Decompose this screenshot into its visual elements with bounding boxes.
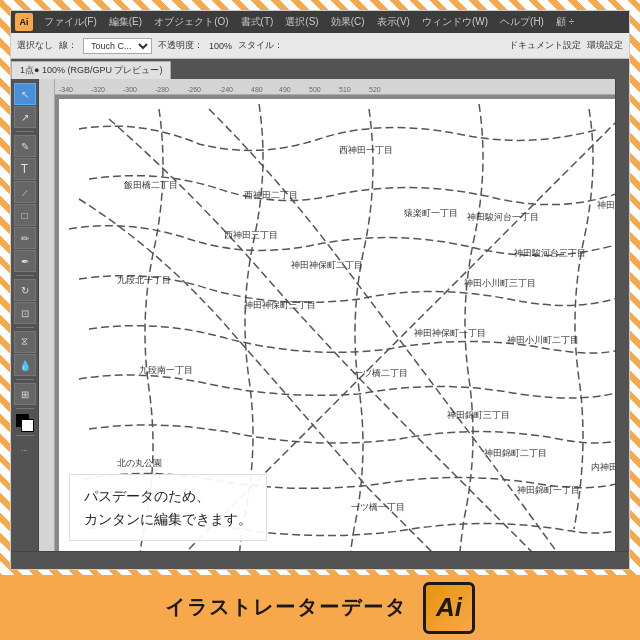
map-label-kandanishikicho1: 神田錦町一丁目 — [517, 484, 580, 497]
map-label-kandasurugadai3: 神田駿河台三丁目 — [514, 247, 586, 260]
bottom-banner: イラストレーターデータ Ai — [0, 575, 640, 640]
color-swatch[interactable] — [16, 414, 34, 432]
page-background: Ai ファイル(F) 編集(E) オブジェクト(O) 書式(T) 選択(S) 効… — [0, 0, 640, 640]
document-tab[interactable]: 1点● 100% (RGB/GPU プレビュー) — [11, 61, 171, 79]
ai-logo-large: Ai — [423, 582, 475, 634]
touch-dropdown[interactable]: Touch C... — [83, 38, 152, 54]
background-color[interactable] — [21, 419, 34, 432]
banner-title: イラストレーターデータ — [165, 594, 407, 621]
overlay-line1: パスデータのため、 — [84, 485, 252, 507]
style-label: スタイル： — [238, 39, 283, 52]
menu-select[interactable]: 選択(S) — [280, 15, 323, 29]
ruler-vertical — [39, 79, 55, 551]
line-tool[interactable]: ⟋ — [14, 181, 36, 203]
menu-window[interactable]: ウィンドウ(W) — [417, 15, 493, 29]
left-toolbar: ↖ ↗ ✎ T ⟋ □ ✏ ✒ ↻ ⊡ ⧖ 💧 ⊞ — [11, 79, 39, 551]
map-label-kudankita1: 九段北一丁目 — [117, 274, 171, 287]
rotate-tool[interactable]: ↻ — [14, 279, 36, 301]
tool-separator-3 — [16, 327, 34, 328]
menu-file[interactable]: ファイル(F) — [39, 15, 102, 29]
pen-tool[interactable]: ✎ — [14, 135, 36, 157]
map-label-kandaogawamachi2: 神田小川町二丁目 — [507, 334, 579, 347]
ai-application: Ai ファイル(F) 編集(E) オブジェクト(O) 書式(T) 選択(S) 効… — [11, 11, 629, 569]
map-label-kudanminami1: 九段南一丁目 — [139, 364, 193, 377]
control-bar: 選択なし 線： Touch C... 不透明度： 100% スタイル： ドキュメ… — [11, 33, 629, 59]
map-label-kandajimbocho1: 神田神保町一丁目 — [414, 327, 486, 340]
stroke-label: 線： — [59, 39, 77, 52]
tool-separator-6 — [16, 435, 34, 436]
tab-bar: 1点● 100% (RGB/GPU プレビュー) — [11, 59, 629, 79]
tool-separator-4 — [16, 379, 34, 380]
pencil-tool[interactable]: ✒ — [14, 250, 36, 272]
map-label-nishikanda2: 西神田二丁目 — [244, 189, 298, 202]
map-label-kandajimbocho3: 神田神保町三丁目 — [244, 299, 316, 312]
menu-extra[interactable]: 顧 ÷ — [551, 15, 579, 29]
map-label-iidabashi2: 飯田橋二丁目 — [124, 179, 178, 192]
artboard: .map-path { fill: none; stroke: #555; st… — [59, 99, 615, 551]
map-label-sarugakucho1: 猿楽町一丁目 — [404, 207, 458, 220]
canvas-area[interactable]: -340 -320 -300 -280 -260 -240 480 490 50… — [39, 79, 615, 551]
artboard-tool[interactable]: ⊞ — [14, 383, 36, 405]
map-label-kandasurugadai1: 神田駿河台一丁目 — [467, 211, 539, 224]
blend-tool[interactable]: ⧖ — [14, 331, 36, 353]
opacity-value: 100% — [209, 41, 232, 51]
doc-settings-button[interactable]: ドキュメント設定 — [509, 39, 581, 52]
menu-bar: Ai ファイル(F) 編集(E) オブジェクト(O) 書式(T) 選択(S) 効… — [11, 11, 629, 33]
tool-separator-1 — [16, 131, 34, 132]
map-label-kandaogawamachi3: 神田小川町三丁目 — [464, 277, 536, 290]
map-label-hitotsubashi2: 一ツ橋二丁目 — [354, 367, 408, 380]
menu-view[interactable]: 表示(V) — [372, 15, 415, 29]
scale-tool[interactable]: ⊡ — [14, 302, 36, 324]
map-label-nishikanda1: 西神田一丁目 — [339, 144, 393, 157]
selection-info: 選択なし — [17, 39, 53, 52]
opacity-label: 不透明度： — [158, 39, 203, 52]
brush-tool[interactable]: ✏ — [14, 227, 36, 249]
main-card: Ai ファイル(F) 編集(E) オブジェクト(O) 書式(T) 選択(S) 効… — [10, 10, 630, 570]
menu-format[interactable]: 書式(T) — [236, 15, 279, 29]
map-label-nishikanda3: 西神田三丁目 — [224, 229, 278, 242]
eyedropper-tool[interactable]: 💧 — [14, 354, 36, 376]
map-label-kandanishikicho3: 神田錦町三丁目 — [447, 409, 510, 422]
tool-separator-5 — [16, 408, 34, 409]
tool-separator-2 — [16, 275, 34, 276]
tab-label: 1点● 100% (RGB/GPU プレビュー) — [20, 64, 162, 77]
menu-help[interactable]: ヘルプ(H) — [495, 15, 549, 29]
status-bar — [11, 551, 629, 569]
env-settings-button[interactable]: 環境設定 — [587, 39, 623, 52]
type-tool[interactable]: T — [14, 158, 36, 180]
map-label-kandajimbocho2: 神田神保町二丁目 — [291, 259, 363, 272]
map-label-kanda: 神田 — [597, 199, 615, 212]
workspace: ↖ ↗ ✎ T ⟋ □ ✏ ✒ ↻ ⊡ ⧖ 💧 ⊞ — [11, 79, 629, 551]
description-overlay: パスデータのため、 カンタンに編集できます。 — [69, 474, 267, 541]
ruler-horizontal: -340 -320 -300 -280 -260 -240 480 490 50… — [39, 79, 615, 95]
ai-logo-menu: Ai — [15, 13, 33, 31]
menu-object[interactable]: オブジェクト(O) — [149, 15, 233, 29]
map-label-hitotsubashi1: 一ツ橋一丁目 — [351, 501, 405, 514]
overlay-line2: カンタンに編集できます。 — [84, 508, 252, 530]
map-label-kitanomaru: 北の丸公園 — [117, 457, 162, 470]
select-tool[interactable]: ↖ — [14, 83, 36, 105]
right-panel — [615, 79, 629, 551]
menu-effect[interactable]: 効果(C) — [326, 15, 370, 29]
direct-select-tool[interactable]: ↗ — [14, 106, 36, 128]
menu-edit[interactable]: 編集(E) — [104, 15, 147, 29]
map-label-uchikanda: 内神田 — [591, 461, 615, 474]
more-tools[interactable]: ··· — [14, 439, 36, 461]
shape-tool[interactable]: □ — [14, 204, 36, 226]
map-label-kandanishikicho2: 神田錦町二丁目 — [484, 447, 547, 460]
